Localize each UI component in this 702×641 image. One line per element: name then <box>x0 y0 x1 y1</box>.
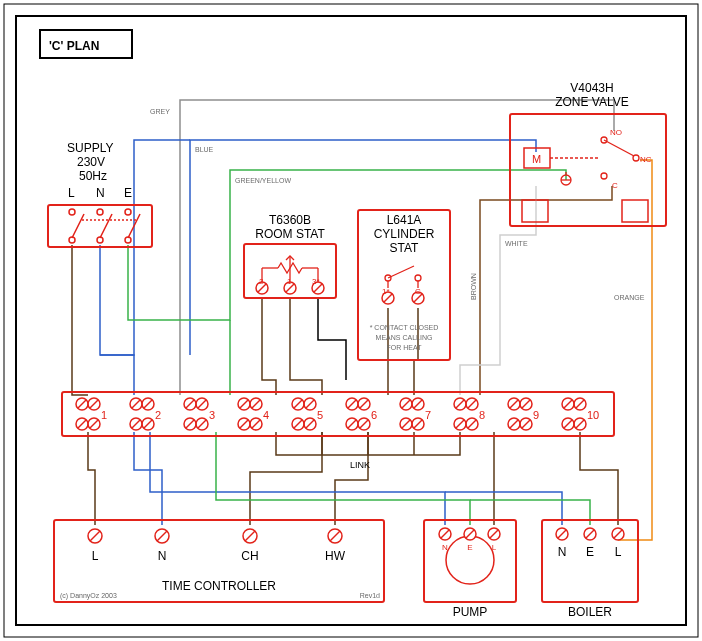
timer-N: N <box>158 549 167 563</box>
cyl-model: L641A <box>387 213 422 227</box>
pump-E: E <box>467 543 472 552</box>
svg-line-23 <box>388 266 414 278</box>
svg-line-101 <box>468 420 476 428</box>
svg-line-87 <box>402 400 410 408</box>
wire-j1-timerL <box>88 432 95 525</box>
svg-line-95 <box>456 400 464 408</box>
svg-line-79 <box>348 400 356 408</box>
j-t5: 5 <box>317 409 323 421</box>
svg-line-115 <box>576 400 584 408</box>
svg-line-91 <box>414 400 422 408</box>
wire-cyl-C <box>414 308 418 395</box>
svg-line-34 <box>604 140 634 156</box>
wire-blue-zone <box>190 140 536 355</box>
svg-line-5 <box>100 214 112 238</box>
j-t3: 3 <box>209 409 215 421</box>
wire-j2-timerN <box>134 432 162 525</box>
svg-line-57 <box>186 420 194 428</box>
room-stat: T6360B ROOM STAT 2 1 3* <box>244 213 336 298</box>
boiler-label: BOILER <box>568 605 612 619</box>
svg-line-63 <box>240 400 248 408</box>
j-t1: 1 <box>101 409 107 421</box>
svg-line-39 <box>78 400 86 408</box>
wire-j3-pumpE <box>216 432 470 525</box>
svg-line-93 <box>414 420 422 428</box>
svg-point-32 <box>601 173 607 179</box>
svg-line-73 <box>294 420 302 428</box>
svg-line-77 <box>306 420 314 428</box>
svg-line-53 <box>144 420 152 428</box>
svg-line-2 <box>72 214 84 238</box>
pump-N: N <box>442 543 448 552</box>
svg-line-85 <box>360 420 368 428</box>
zone-label: ZONE VALVE <box>555 95 629 109</box>
timer-CH: CH <box>241 549 258 563</box>
boiler-E: E <box>586 545 594 559</box>
j-t10: 10 <box>587 409 599 421</box>
svg-line-89 <box>402 420 410 428</box>
svg-line-97 <box>456 420 464 428</box>
pump-label: PUMP <box>453 605 488 619</box>
svg-line-55 <box>186 400 194 408</box>
svg-line-113 <box>564 420 572 428</box>
cyl-t1: 1* <box>382 287 390 296</box>
timer-HW: HW <box>325 549 346 563</box>
svg-point-6 <box>125 209 131 215</box>
wire-label-orange: ORANGE <box>614 294 645 301</box>
link-label: LINK <box>350 460 370 470</box>
supply-label: SUPPLY <box>67 141 113 155</box>
pump-L: L <box>492 543 497 552</box>
wire-roomstat-1 <box>290 298 322 395</box>
copyright: (c) DannyOz 2003 <box>60 592 117 600</box>
svg-line-61 <box>198 420 206 428</box>
cyl-tc: C <box>415 287 421 296</box>
wire-roomstat-2 <box>262 298 276 395</box>
zone-valve: V4043H ZONE VALVE M NO NC C <box>510 81 666 226</box>
zone-model: V4043H <box>570 81 613 95</box>
wire-j5-timerCH <box>250 432 322 525</box>
svg-line-65 <box>240 420 248 428</box>
j-t2: 2 <box>155 409 161 421</box>
roomstat-label: ROOM STAT <box>255 227 325 241</box>
svg-line-41 <box>78 420 86 428</box>
supply-box <box>48 205 152 247</box>
rs-t1: 2 <box>259 277 264 286</box>
svg-line-111 <box>564 400 572 408</box>
svg-line-107 <box>522 400 530 408</box>
j-t7: 7 <box>425 409 431 421</box>
j-t6: 6 <box>371 409 377 421</box>
zone-NO: NO <box>610 128 622 137</box>
wire-label-white: WHITE <box>505 240 528 247</box>
svg-line-51 <box>144 400 152 408</box>
svg-line-43 <box>90 400 98 408</box>
time-controller: L N CH HW TIME CONTROLLER (c) DannyOz 20… <box>54 520 384 602</box>
wire-brown-supplyL <box>72 245 88 395</box>
svg-line-99 <box>468 400 476 408</box>
roomstat-model: T6360B <box>269 213 311 227</box>
svg-line-59 <box>198 400 206 408</box>
zone-C: C <box>612 181 618 190</box>
wire-label-brown: BROWN <box>470 273 477 300</box>
svg-line-103 <box>510 400 518 408</box>
rs-t2: 1 <box>287 277 292 286</box>
supply-N: N <box>96 186 105 200</box>
svg-point-0 <box>69 209 75 215</box>
svg-line-45 <box>90 420 98 428</box>
boiler: N E L BOILER <box>542 520 638 619</box>
boiler-L: L <box>615 545 622 559</box>
diagram-title: 'C' PLAN <box>49 39 99 53</box>
wire-j6-timerHW <box>335 432 368 525</box>
wire-pumpE-boilerE <box>470 500 590 525</box>
wire-roomstat-3 <box>318 298 346 380</box>
junction-strip: 1 2 3 4 <box>62 392 614 436</box>
cyl-label1: CYLINDER <box>374 227 435 241</box>
svg-line-109 <box>522 420 530 428</box>
cyl-note1: * CONTACT CLOSED <box>370 324 439 331</box>
zone-out2 <box>622 200 648 222</box>
svg-line-75 <box>306 400 314 408</box>
zone-M: M <box>532 153 541 165</box>
svg-point-3 <box>97 209 103 215</box>
svg-line-71 <box>294 400 302 408</box>
svg-line-49 <box>132 420 140 428</box>
pump: N E L PUMP <box>424 520 516 619</box>
